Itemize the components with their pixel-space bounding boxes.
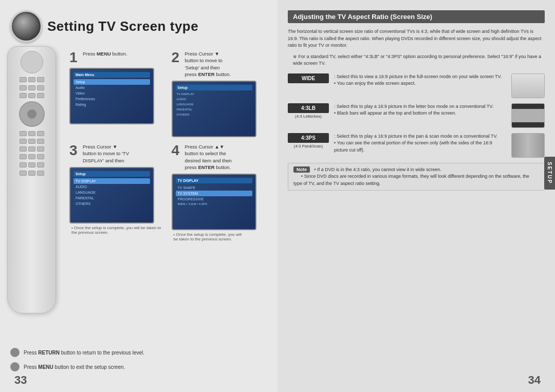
wide-badge: WIDE (288, 73, 329, 83)
remote-top (21, 51, 43, 73)
step-4: 4 Press Cursor ▲▼button to select thedes… (172, 143, 268, 241)
step-2: 2 Press Cursor ▼button to move to'Setup'… (172, 50, 268, 137)
wide-description: : Select this to view a 16:9 picture in … (334, 73, 506, 87)
remote-btn (28, 77, 35, 82)
page-number-left: 33 (14, 374, 27, 387)
step-1-screen: Main Menu Setup Audio Video Preferences … (69, 68, 154, 124)
page-title: Setting TV Screen type (47, 18, 198, 34)
bullet-dot (10, 348, 20, 357)
step-4-text: Press Cursor ▲▼button to select thedesir… (185, 143, 232, 171)
remote-btn (20, 131, 27, 136)
left-page: Setting TV Screen type (0, 0, 278, 392)
step-3: 3 Press Cursor ▼button to move to 'TVDIS… (69, 143, 165, 241)
step-3-number: 3 (69, 143, 80, 158)
remote-btn (37, 139, 44, 144)
remote-btn (28, 146, 35, 152)
steps-area: 1 Press MENU button. Main Menu Setup Aud… (69, 50, 267, 241)
remote-btn (37, 154, 44, 159)
remote-btn (28, 85, 35, 90)
remote-btn (20, 171, 27, 176)
remote-btn (20, 139, 27, 144)
note-text-1: • If a DVD is in the 4:3 ratio, you cann… (314, 167, 441, 172)
step-1-text: Press MENU button. (83, 50, 127, 57)
step-1-number: 1 (69, 50, 80, 65)
remote-btn (28, 131, 35, 136)
aspect-option-4-3ps: 4:3PS (4:3 Pan&Scan) : Select this to pl… (288, 133, 545, 158)
bottom-note-2-text: Press MENU button to exit the setup scre… (24, 364, 125, 370)
remote-btn (37, 85, 44, 90)
remote-btn (20, 93, 27, 98)
4-3ps-thumbnail (511, 133, 545, 158)
section-description: The horizontal to vertical screen size r… (288, 28, 545, 49)
note-label: Note (293, 166, 310, 173)
note-star: ※ For a standard TV, select either "4:3L… (288, 53, 545, 67)
remote-btn (37, 162, 44, 167)
remote-btn (37, 93, 44, 98)
aspect-option-4-3lb: 4:3LB (4:3 Letterbox) : Select this to p… (288, 103, 545, 128)
section-title: Adjusting the TV Aspect Ratio (Screen Si… (288, 10, 545, 23)
note-text-2: • Since DVD discs are recorded in variou… (293, 174, 529, 186)
bottom-note-2: Press MENU button to exit the setup scre… (10, 362, 267, 371)
remote-btn (20, 77, 27, 82)
remote-btn (37, 77, 44, 82)
step-3-screen: Setup TV DISPLAY AUDIO LANGUAGE PARENTAL… (69, 167, 154, 223)
note-box: Note • If a DVD is in the 4:3 ratio, you… (288, 163, 545, 191)
step-3-text: Press Cursor ▼button to move to 'TVDISPL… (83, 143, 129, 164)
remote-btn (37, 131, 44, 136)
aspect-option-wide: WIDE : Select this to view a 16:9 pictur… (288, 73, 545, 98)
remote-dpad-center (27, 109, 36, 119)
bottom-note-1-text: Press RETURN button to return to the pre… (24, 350, 144, 356)
4-3ps-badge: 4:3PS (288, 133, 329, 143)
step-2-number: 2 (172, 50, 182, 65)
remote-btn (20, 146, 27, 152)
4-3lb-thumbnail (511, 103, 545, 128)
bottom-area: Press RETURN button to return to the pre… (10, 348, 267, 377)
remote-btn (28, 154, 35, 159)
remote-btn (28, 93, 35, 98)
remote-btn (20, 162, 27, 167)
4-3lb-sub: (4:3 Letterbox) (288, 114, 329, 119)
title-area: Setting TV Screen type (10, 10, 267, 42)
steps-grid: 1 Press MENU button. Main Menu Setup Aud… (69, 50, 267, 241)
bottom-note-1: Press RETURN button to return to the pre… (10, 348, 267, 357)
logo-circle (10, 10, 42, 42)
remote-btn (37, 171, 44, 176)
page-number-right: 34 (528, 374, 541, 387)
remote-dpad (19, 101, 45, 127)
4-3ps-sub: (4:3 Pan&Scan) (288, 144, 329, 148)
setup-tab: SETUP (544, 157, 555, 189)
remote-btn (20, 85, 27, 90)
remote-btn (28, 139, 35, 144)
4-3ps-description: : Select this to play a 16:9 picture in … (334, 133, 506, 154)
step-4-note: • Once the setup is complete, you willbe… (172, 232, 268, 241)
step-note: • Once the setup is complete, you will b… (69, 226, 165, 235)
step-1: 1 Press MENU button. Main Menu Setup Aud… (69, 50, 165, 137)
remote-btn (20, 154, 27, 159)
bullet-dot (10, 362, 20, 371)
remote-btn (28, 162, 35, 167)
remote-btn (37, 146, 44, 152)
4-3lb-description: : Select this to play a 16:9 picture in … (334, 103, 506, 117)
step-4-screen: TV DISPLAY TV SHAPE TV SYSTEM PROGRESSIV… (172, 174, 256, 230)
step-2-text: Press Cursor ▼button to move to'Setup' a… (185, 50, 231, 78)
wide-thumbnail (511, 73, 545, 98)
remote-control (7, 46, 64, 334)
step-2-screen: Setup TV DISPLAY AUDIO LANGUAGE (172, 81, 256, 137)
4-3lb-badge: 4:3LB (288, 103, 329, 113)
remote-btn (28, 171, 35, 176)
step-4-number: 4 (172, 143, 182, 158)
right-page: Adjusting the TV Aspect Ratio (Screen Si… (278, 0, 555, 392)
